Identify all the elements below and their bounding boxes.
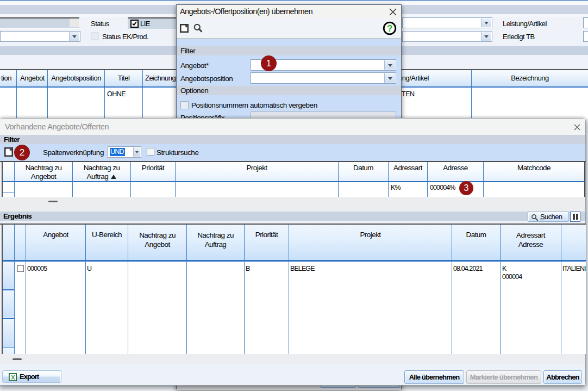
- svg-text:?: ?: [387, 23, 392, 34]
